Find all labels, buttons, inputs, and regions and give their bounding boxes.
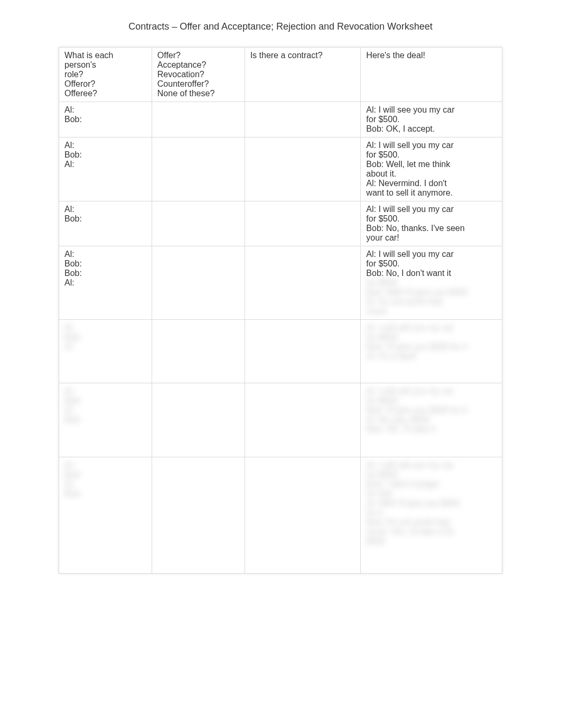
type-cell: [152, 102, 245, 137]
header-text: Offeree?: [64, 89, 146, 98]
obscured-text: for that: [366, 489, 497, 499]
header-type: Offer? Acceptance? Revocation? Counterof…: [152, 48, 245, 102]
header-deal: Here's the deal!: [361, 48, 502, 102]
cell-text: your car!: [366, 233, 497, 243]
type-cell: [152, 201, 245, 246]
obscured-text: Al: No way, $500: [366, 415, 497, 425]
contract-cell: [245, 246, 361, 320]
obscured-text: Bob:: [64, 470, 146, 480]
cell-text: Bob: Well, let me think: [366, 160, 497, 169]
header-text: Offeror?: [64, 79, 146, 89]
obscured-text: for it: [366, 508, 497, 518]
table-row: Al: Bob: Al: Al: I will sell you my car …: [59, 320, 502, 383]
role-cell: Al: Bob: Al: Bob:: [59, 383, 152, 457]
deal-cell: Al: I will sell you my car for $500. Bob…: [361, 383, 502, 457]
role-cell: Al: Bob: Bob: Al:: [59, 246, 152, 320]
obscured-text: for $500.: [366, 396, 497, 406]
type-cell: [152, 383, 245, 457]
table-row: Al: Bob: Al: Al: I will sell you my car …: [59, 137, 502, 201]
cell-text: Al:: [64, 160, 146, 169]
page-title: Contracts – Offer and Acceptance; Reject…: [0, 21, 561, 32]
obscured-text: Al:: [64, 480, 146, 489]
type-cell: [152, 246, 245, 320]
obscured-text: for $500.: [366, 333, 497, 342]
cell-text: for $500.: [366, 150, 497, 160]
obscured-text: Bob:: [64, 415, 146, 425]
header-text: Revocation?: [157, 70, 239, 79]
cell-text: Al:: [64, 250, 146, 259]
obscured-text: Al: It's a deal!: [366, 352, 497, 361]
cell-text: for $500.: [366, 214, 497, 224]
cell-text: Bob:: [64, 259, 146, 269]
cell-text: for $500.: [366, 259, 497, 269]
cell-text: Al: Nevermind. I don't: [366, 179, 497, 188]
header-text: What is each person's: [64, 51, 146, 70]
role-cell: Al: Bob: Al:: [59, 137, 152, 201]
cell-text: Al: I will sell you my car: [366, 205, 497, 214]
type-cell: [152, 320, 245, 383]
obscured-text: Bob:: [64, 489, 146, 499]
obscured-text: Al: I will sell you my car: [366, 323, 497, 333]
role-cell: Al: Bob:: [59, 102, 152, 137]
cell-text: Bob:: [64, 115, 146, 124]
obscured-text: Bob: Well I'll give you $400: [366, 288, 497, 297]
obscured-text: much: [366, 307, 497, 316]
cell-text: for $500.: [366, 115, 497, 124]
table-row: Al: Bob: Al: I will see you my car for $…: [59, 102, 502, 137]
cell-text: Al: I will sell you my car: [366, 250, 497, 259]
role-cell: Al: Bob:: [59, 201, 152, 246]
cell-text: Al:: [64, 278, 146, 288]
cell-text: Al:: [64, 205, 146, 214]
table-row: Al: Bob: Al: I will sell you my car for …: [59, 201, 502, 246]
obscured-text: Al: I will sell you my car: [366, 386, 497, 396]
header-text: role?: [64, 70, 146, 79]
header-text: Acceptance?: [157, 60, 239, 70]
cell-text: Bob:: [64, 269, 146, 278]
obscured-text: Bob:: [64, 333, 146, 342]
obscured-text: Al:: [64, 460, 146, 470]
obscured-text: Bob: OK, I'll take it: [366, 425, 497, 434]
cell-text: Bob:: [64, 214, 146, 224]
cell-text: Bob: OK, I accept.: [366, 124, 497, 134]
cell-text: Bob: No, thanks. I've seen: [366, 224, 497, 233]
deal-cell: Al: I will sell you my car for $500. Bob…: [361, 457, 502, 574]
obscured-text: Al:: [64, 323, 146, 333]
type-cell: [152, 137, 245, 201]
deal-cell: Al: I will sell you my car for $500. Bob…: [361, 137, 502, 201]
cell-text: Al: I will see you my car: [366, 105, 497, 115]
cell-text: Bob: No, I don't want it: [366, 269, 497, 278]
obscured-text: Bob: I didn't budget: [366, 480, 497, 489]
header-text: Counteroffer?: [157, 79, 239, 89]
obscured-text: Al:: [64, 386, 146, 396]
deal-cell: Al: I will see you my car for $500. Bob:…: [361, 102, 502, 137]
obscured-text: Bob: It's not worth that: [366, 518, 497, 527]
obscured-text: Bob: I'll give you $400 for it: [366, 406, 497, 415]
cell-text: Bob:: [64, 150, 146, 160]
header-role: What is each person's role? Offeror? Off…: [59, 48, 152, 102]
contract-cell: [245, 457, 361, 574]
header-contract: Is there a contract?: [245, 48, 361, 102]
obscured-text: for $500.: [366, 278, 497, 288]
obscured-text: much. Hm, I'll take it for: [366, 527, 497, 537]
obscured-text: Al: It's not worth that: [366, 297, 497, 307]
header-text: None of these?: [157, 89, 239, 98]
obscured-text: for $500.: [366, 470, 497, 480]
deal-cell: Al: I will sell you my car for $500. Bob…: [361, 246, 502, 320]
contract-cell: [245, 320, 361, 383]
cell-text: Al: I will sell you my car: [366, 141, 497, 150]
type-cell: [152, 457, 245, 574]
header-text: Offer?: [157, 51, 239, 60]
obscured-text: Al: Well I'll give you $400: [366, 499, 497, 508]
obscured-text: Al: I will sell you my car: [366, 460, 497, 470]
obscured-text: Bob:: [64, 396, 146, 406]
cell-text: Al:: [64, 141, 146, 150]
contract-cell: [245, 137, 361, 201]
cell-text: about it.: [366, 169, 497, 179]
table-row: Al: Bob: Al: Bob: Al: I will sell you my…: [59, 457, 502, 574]
obscured-text: Al:: [64, 406, 146, 415]
cell-text: Al:: [64, 105, 146, 115]
deal-cell: Al: I will sell you my car for $500. Bob…: [361, 320, 502, 383]
table-header-row: What is each person's role? Offeror? Off…: [59, 48, 502, 102]
worksheet-table: What is each person's role? Offeror? Off…: [59, 47, 502, 574]
deal-cell: Al: I will sell you my car for $500. Bob…: [361, 201, 502, 246]
